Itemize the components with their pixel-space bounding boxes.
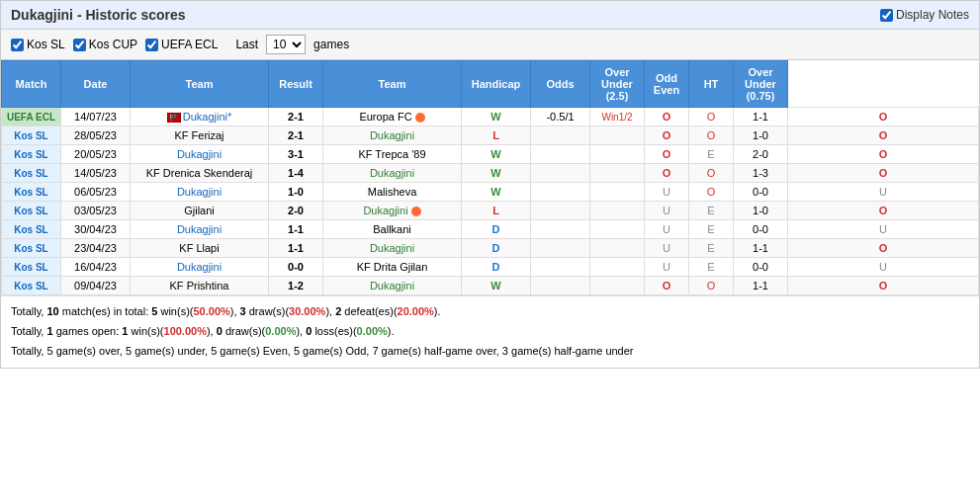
col-team2: Team (323, 61, 462, 108)
over-under-cell: U (645, 239, 689, 258)
over-under2-cell: O (788, 126, 979, 145)
over-under-cell: U (645, 258, 689, 277)
odd-even-cell: E (689, 258, 734, 277)
over-under2-cell: O (788, 145, 979, 164)
odd-even-cell: E (689, 145, 734, 164)
over-under2-cell: O (788, 108, 979, 126)
away-team-cell: Dukagjini (323, 202, 462, 220)
date-cell: 03/05/23 (61, 202, 131, 220)
display-notes-checkbox[interactable] (880, 9, 893, 22)
col-over-under-075: Over Under (0.75) (734, 61, 788, 108)
kos-sl-filter[interactable]: Kos SL (11, 38, 65, 51)
uefa-ecl-filter[interactable]: UEFA ECL (145, 38, 218, 51)
home-team-cell: KF Drenica Skenderaj (131, 164, 269, 183)
ht-cell: 1-1 (734, 277, 788, 295)
table-row: Kos SL 30/04/23 Dukagjini 1-1 Ballkani D… (2, 220, 979, 239)
table-row: Kos SL 16/04/23 Dukagjini 0-0 KF Drita G… (2, 258, 979, 277)
league-cell: Kos SL (2, 164, 61, 183)
outcome-cell: L (462, 126, 531, 145)
handicap-cell (531, 202, 590, 220)
date-cell: 09/04/23 (61, 277, 131, 295)
league-cell: Kos SL (2, 145, 61, 164)
result-cell: 2-0 (269, 202, 323, 220)
ht-cell: 1-0 (734, 126, 788, 145)
header-bar: Dukagjini - Historic scores Display Note… (1, 1, 979, 30)
away-team-cell: Ballkani (323, 220, 462, 239)
handicap-cell (531, 164, 590, 183)
handicap-cell (531, 239, 590, 258)
over-under-cell: O (645, 108, 689, 126)
date-cell: 16/04/23 (61, 258, 131, 277)
home-team-cell: Dukagjini (131, 258, 269, 277)
handicap-cell (531, 258, 590, 277)
date-cell: 23/04/23 (61, 239, 131, 258)
table-row: Kos SL 23/04/23 KF Llapi 1-1 Dukagjini D… (2, 239, 979, 258)
col-match: Match (2, 61, 61, 108)
outcome-cell: D (462, 220, 531, 239)
col-over-under-25: Over Under (2.5) (590, 61, 645, 108)
flag-icon: 🏴 (167, 113, 181, 123)
odds-cell: Win1/2 (590, 108, 645, 126)
ht-cell: 0-0 (734, 258, 788, 277)
result-cell: 2-1 (269, 108, 323, 126)
page-title: Dukagjini - Historic scores (11, 7, 186, 23)
over-under2-cell: U (788, 258, 979, 277)
result-cell: 3-1 (269, 145, 323, 164)
col-ht: HT (689, 61, 734, 108)
over-under2-cell: O (788, 277, 979, 295)
result-cell: 1-2 (269, 277, 323, 295)
uefa-ecl-checkbox[interactable] (145, 39, 158, 51)
ht-cell: 1-0 (734, 202, 788, 220)
over-under-cell: O (645, 277, 689, 295)
last-games-select[interactable]: 10 5 15 20 All (266, 35, 306, 54)
league-cell: Kos SL (2, 220, 61, 239)
table-row: Kos SL 28/05/23 KF Ferizaj 2-1 Dukagjini… (2, 126, 979, 145)
col-odd-even: Odd Even (645, 61, 689, 108)
away-team-cell: KF Trepca '89 (323, 145, 462, 164)
away-team-cell: Dukagjini (323, 239, 462, 258)
scores-table: Match Date Team Result Team Handicap Odd… (1, 60, 979, 295)
table-row: UEFA ECL 14/07/23 🏴Dukagjini* 2-1 Europa… (2, 108, 979, 126)
odds-cell (590, 220, 645, 239)
over-under-cell: U (645, 202, 689, 220)
home-team-cell: 🏴Dukagjini* (131, 108, 269, 126)
result-cell: 2-1 (269, 126, 323, 145)
outcome-cell: W (462, 145, 531, 164)
ht-cell: 0-0 (734, 220, 788, 239)
odd-even-cell: O (689, 126, 734, 145)
header-controls: Display Notes (880, 8, 969, 22)
result-cell: 0-0 (269, 258, 323, 277)
ht-cell: 1-1 (734, 108, 788, 126)
odd-even-cell: O (689, 164, 734, 183)
display-notes-label[interactable]: Display Notes (880, 8, 969, 22)
over-under-cell: O (645, 145, 689, 164)
date-cell: 30/04/23 (61, 220, 131, 239)
col-handicap: Handicap (462, 61, 531, 108)
main-container: Dukagjini - Historic scores Display Note… (0, 0, 980, 369)
kos-cup-filter[interactable]: Kos CUP (73, 38, 137, 51)
odd-even-cell: E (689, 220, 734, 239)
home-team-cell: Dukagjini (131, 183, 269, 202)
kos-sl-checkbox[interactable] (11, 39, 24, 51)
handicap-cell (531, 126, 590, 145)
outcome-cell: L (462, 202, 531, 220)
summary-line2: Totally, 1 games open: 1 win(s)(100.00%)… (11, 322, 969, 342)
league-cell: UEFA ECL (2, 108, 61, 126)
odds-cell (590, 277, 645, 295)
league-cell: Kos SL (2, 258, 61, 277)
home-team-cell: KF Prishtina (131, 277, 269, 295)
home-team-cell: Dukagjini (131, 145, 269, 164)
odds-cell (590, 183, 645, 202)
home-team-cell: KF Llapi (131, 239, 269, 258)
date-cell: 28/05/23 (61, 126, 131, 145)
over-under-cell: U (645, 220, 689, 239)
kos-cup-checkbox[interactable] (73, 39, 86, 51)
ht-cell: 0-0 (734, 183, 788, 202)
over-under2-cell: U (788, 183, 979, 202)
summary-line1: Totally, 10 match(es) in total: 5 win(s)… (11, 302, 969, 322)
col-result: Result (269, 61, 323, 108)
col-odds: Odds (531, 61, 590, 108)
handicap-cell (531, 183, 590, 202)
ht-cell: 2-0 (734, 145, 788, 164)
filter-row: Kos SL Kos CUP UEFA ECL Last 10 5 15 20 … (1, 30, 979, 60)
